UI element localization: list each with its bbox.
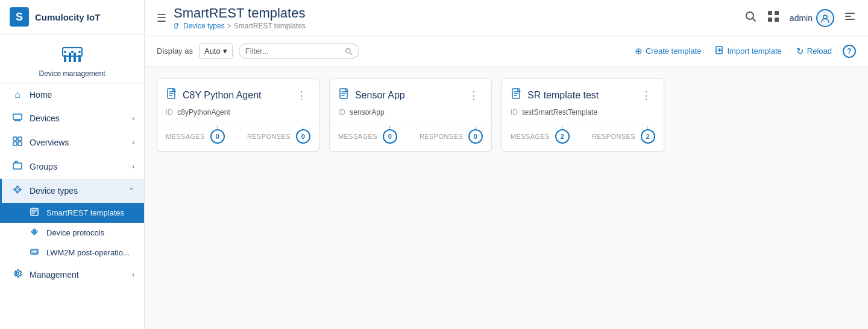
sidebar-subitem-label: SmartREST templates [46,208,124,217]
card-id-row: ID testSmartRestTemplate [511,108,655,117]
search-icon[interactable] [744,10,757,26]
card-title-area: SR template test [511,88,599,103]
apps-icon[interactable] [767,10,780,26]
reload-button[interactable]: ↻ Reload [793,43,835,59]
filter-input-wrap[interactable] [239,43,359,59]
template-file-icon [166,88,178,103]
down-arrow: ↓ [301,124,305,131]
svg-point-26 [346,48,350,53]
svg-rect-11 [13,142,17,145]
svg-rect-10 [18,137,22,141]
breadcrumb-icon [174,22,181,30]
devices-icon [11,112,24,124]
svg-rect-12 [18,142,22,145]
svg-point-17 [746,12,753,19]
breadcrumb-parent[interactable]: Device types [183,22,225,30]
home-icon: ⌂ [11,89,24,100]
groups-icon [11,161,24,173]
svg-rect-21 [775,18,779,22]
reload-label: Reload [807,46,832,56]
page-title-area: SmartREST templates Device types > Smart… [174,5,306,30]
sidebar-item-home[interactable]: ⌂ Home [0,83,144,106]
template-card[interactable]: C8Y Python Agent ⋮ ID c8yPythonAgent MES… [157,78,319,152]
up-arrow: ↑ [216,124,219,131]
filter-search-icon [345,47,353,56]
card-context-menu[interactable]: ⋮ [637,88,655,103]
sidebar-subitem-lwm2m[interactable]: LWM2M post-operatio... [0,243,144,263]
responses-label: RESPONSES [247,133,291,140]
sidebar-item-label: Groups [30,162,126,171]
hamburger-icon[interactable]: ☰ [157,11,166,25]
svg-rect-9 [13,137,17,141]
sidebar-toggle-icon[interactable] [844,10,856,25]
messages-badge-wrap: ↑ 0 [383,129,397,144]
card-title: SR template test [527,90,599,101]
card-context-menu[interactable]: ⋮ [465,88,483,103]
chevron-down-icon: ▾ [223,46,227,56]
reload-icon: ↻ [796,46,804,57]
cards-container: C8Y Python Agent ⋮ ID c8yPythonAgent MES… [145,66,868,329]
messages-stat: MESSAGES ↑ 2 [511,129,570,144]
card-template-id: sensorApp [350,108,384,117]
svg-rect-13 [13,163,22,169]
card-template-id: c8yPythonAgent [177,108,230,117]
breadcrumb: Device types > SmartREST templates [174,22,306,30]
sidebar-item-label: Overviews [30,138,126,147]
template-card[interactable]: Sensor App ⋮ ID sensorApp MESSAGES ↑ 0 [329,78,492,152]
create-template-label: Create template [646,46,702,56]
user-menu[interactable]: admin [790,9,834,27]
messages-count-badge: 0 [383,129,397,144]
messages-badge-wrap: ↑ 0 [210,129,225,144]
messages-label: MESSAGES [511,133,550,140]
sidebar-subitem-smartrest-templates[interactable]: SmartREST templates [0,203,144,223]
header-right: admin [744,9,856,27]
down-arrow: ↓ [646,124,650,131]
plus-icon: ⊕ [635,46,643,57]
card-template-id: testSmartRestTemplate [522,108,597,117]
chevron-down-icon: › [132,114,134,123]
sidebar-item-management[interactable]: Management › [0,263,144,287]
device-management-section: Device management [0,34,144,83]
template-file-icon [511,88,523,103]
filter-input[interactable] [245,46,341,56]
sidebar-item-label: Home [30,90,134,100]
responses-stat: RESPONSES ↓ 2 [592,129,655,144]
smartrest-icon [28,208,40,218]
brand-name: Cumulocity IoT [35,12,100,22]
chevron-down-icon: › [132,162,134,171]
display-as-value: Auto [204,46,221,56]
id-label: ID [511,108,518,117]
user-avatar [816,9,834,27]
sidebar-item-groups[interactable]: Groups › [0,155,144,179]
svg-rect-18 [768,11,772,15]
messages-label: MESSAGES [338,133,377,140]
management-icon [11,269,24,281]
sidebar-item-device-types[interactable]: Device types ⌃ [0,179,144,203]
template-card[interactable]: SR template test ⋮ ID testSmartRestTempl… [502,78,664,152]
import-template-button[interactable]: Import template [712,43,785,59]
card-title-area: Sensor App [338,88,405,103]
sidebar-brand[interactable]: S Cumulocity IoT [0,0,144,34]
card-footer: MESSAGES ↑ 0 RESPONSES ↓ 0 [157,124,319,151]
card-body: ID testSmartRestTemplate [502,108,664,120]
responses-stat: RESPONSES ↓ 0 [247,129,310,144]
display-as-select[interactable]: Auto ▾ [199,43,233,59]
sidebar-subitem-label: Device protocols [46,228,104,237]
id-label: ID [166,108,173,117]
toolbar: Display as Auto ▾ ⊕ Create template Impo… [145,36,868,66]
help-button[interactable]: ? [843,45,856,58]
breadcrumb-separator: > [227,22,231,30]
sidebar-item-label: Device types [30,186,122,196]
svg-rect-24 [845,16,851,17]
device-management-label: Device management [39,69,105,78]
svg-rect-16 [32,251,37,253]
toolbar-left: Display as Auto ▾ [157,43,359,59]
sidebar-subitem-device-protocols[interactable]: Device protocols [0,223,144,243]
create-template-button[interactable]: ⊕ Create template [631,43,705,59]
chevron-down-icon: › [132,270,134,279]
sidebar-item-devices[interactable]: Devices › [0,106,144,130]
card-context-menu[interactable]: ⋮ [292,88,310,103]
user-name: admin [790,13,813,23]
svg-point-6 [71,51,74,53]
sidebar-item-overviews[interactable]: Overviews › [0,130,144,155]
